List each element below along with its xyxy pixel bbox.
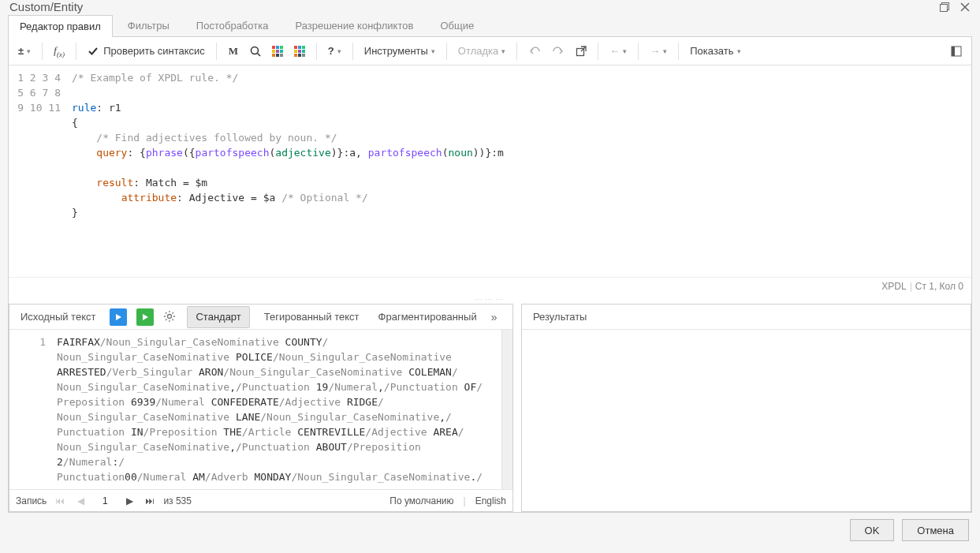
tools-label: Инструменты — [364, 45, 428, 57]
tagged-text-tab[interactable]: Тегированный текст — [259, 308, 364, 326]
record-number-input[interactable] — [94, 495, 116, 506]
popout-button[interactable] — [571, 41, 591, 62]
diff-button[interactable]: ±▾ — [13, 41, 35, 62]
tab-filters[interactable]: Фильтры — [116, 14, 181, 36]
tab-rule-editor[interactable]: Редактор правил — [8, 15, 113, 37]
results-header: Результаты — [522, 305, 971, 330]
toolbar: ±▾ f(x) Проверить синтаксис M — [9, 37, 971, 65]
main-tabs: Редактор правил Фильтры Постобработка Ра… — [8, 13, 972, 37]
gutter: 1 2 3 4 5 6 7 8 9 10 11 — [9, 65, 72, 277]
svg-line-18 — [173, 312, 174, 314]
fx-button[interactable]: f(x) — [49, 41, 69, 62]
restore-icon[interactable] — [939, 2, 950, 13]
show-label: Показать — [690, 45, 733, 57]
tagged-code[interactable]: FAIRFAX/Noun_Singular_CaseNominative COU… — [57, 330, 501, 489]
results-body — [522, 330, 971, 511]
source-toolbar: Исходный текст Стандарт Тегированный тек… — [9, 305, 512, 330]
tagged-gutter: 1 — [9, 330, 57, 489]
window: Custom/Entity Редактор правил Фильтры По… — [0, 0, 980, 553]
record-label: Запись — [16, 495, 47, 506]
svg-line-5 — [257, 53, 260, 56]
gear-icon[interactable] — [163, 310, 177, 324]
splitter[interactable]: ⋯⋯⋯ — [9, 294, 971, 304]
standard-button[interactable]: Стандарт — [187, 306, 249, 328]
last-record-button[interactable]: ⏭ — [143, 494, 157, 508]
check-syntax-label: Проверить синтаксис — [103, 45, 205, 57]
lower-panels: Исходный текст Стандарт Тегированный тек… — [9, 304, 971, 512]
layout-button[interactable] — [946, 41, 967, 62]
code-area[interactable]: /* Example of XPDL rule. */ rule: r1 { /… — [72, 65, 971, 277]
svg-rect-1 — [941, 4, 948, 11]
debug-button[interactable]: Отладка▾ — [453, 41, 510, 62]
undo-button[interactable] — [524, 41, 546, 62]
results-panel: Результаты — [521, 304, 971, 512]
status-position: Ст 1, Кол 0 — [915, 281, 963, 292]
record-total: из 535 — [163, 495, 192, 506]
run-button[interactable] — [110, 308, 127, 326]
ok-button[interactable]: OK — [850, 519, 895, 541]
check-syntax-button[interactable]: Проверить синтаксис — [83, 41, 210, 62]
svg-point-10 — [168, 314, 172, 318]
source-text-label: Исходный текст — [16, 308, 100, 326]
nav-back-button[interactable]: ←▾ — [605, 41, 632, 62]
panel: ±▾ f(x) Проверить синтаксис M — [8, 37, 972, 513]
editor-statusbar: XPDL | Ст 1, Кол 0 — [9, 277, 971, 294]
chevron-right-icon[interactable]: » — [491, 311, 497, 323]
results-label: Результаты — [528, 308, 591, 326]
footer: OK Отмена — [8, 513, 972, 547]
debug-label: Отладка — [458, 45, 498, 57]
window-title: Custom/Entity — [9, 0, 83, 13]
svg-line-17 — [166, 319, 167, 320]
editor-container: 1 2 3 4 5 6 7 8 9 10 11 /* Example of XP… — [9, 65, 971, 294]
zoom-button[interactable] — [245, 41, 266, 62]
run-all-button[interactable] — [136, 308, 154, 326]
code-editor[interactable]: 1 2 3 4 5 6 7 8 9 10 11 /* Example of XP… — [9, 65, 971, 277]
m-button[interactable]: M — [223, 41, 244, 62]
help-button[interactable]: ?▾ — [323, 41, 346, 62]
tab-conflict-resolution[interactable]: Разрешение конфликтов — [283, 14, 425, 36]
cancel-button[interactable]: Отмена — [902, 519, 969, 541]
source-panel: Исходный текст Стандарт Тегированный тек… — [9, 304, 513, 512]
lang-default[interactable]: По умолчанию — [389, 495, 453, 506]
tab-postprocessing[interactable]: Постобработка — [184, 14, 281, 36]
grid-color-button[interactable] — [267, 41, 288, 62]
tab-general[interactable]: Общие — [428, 14, 486, 36]
tools-button[interactable]: Инструменты▾ — [360, 41, 440, 62]
svg-point-4 — [251, 47, 258, 54]
svg-rect-9 — [952, 47, 955, 56]
redo-button[interactable] — [547, 41, 569, 62]
record-nav: Запись ⏮ ◀ ▶ ⏭ из 535 По умолчанию | Eng… — [9, 489, 512, 511]
status-lang: XPDL — [881, 281, 906, 292]
lang-english[interactable]: English — [475, 495, 506, 506]
tagged-view: 1 FAIRFAX/Noun_Singular_CaseNominative C… — [9, 330, 512, 489]
prev-record-button[interactable]: ◀ — [73, 494, 88, 508]
grid-button[interactable] — [289, 41, 310, 62]
svg-line-16 — [173, 319, 174, 320]
show-button[interactable]: Показать▾ — [685, 41, 745, 62]
fragmented-tab[interactable]: Фрагментированный — [374, 308, 482, 326]
main: Редактор правил Фильтры Постобработка Ра… — [0, 13, 980, 553]
next-record-button[interactable]: ▶ — [122, 494, 136, 508]
svg-line-15 — [166, 312, 167, 314]
nav-forward-button[interactable]: →▾ — [645, 41, 672, 62]
close-icon[interactable] — [960, 2, 971, 13]
titlebar: Custom/Entity — [0, 0, 980, 13]
scrollbar[interactable] — [501, 330, 512, 489]
first-record-button[interactable]: ⏮ — [53, 494, 67, 508]
